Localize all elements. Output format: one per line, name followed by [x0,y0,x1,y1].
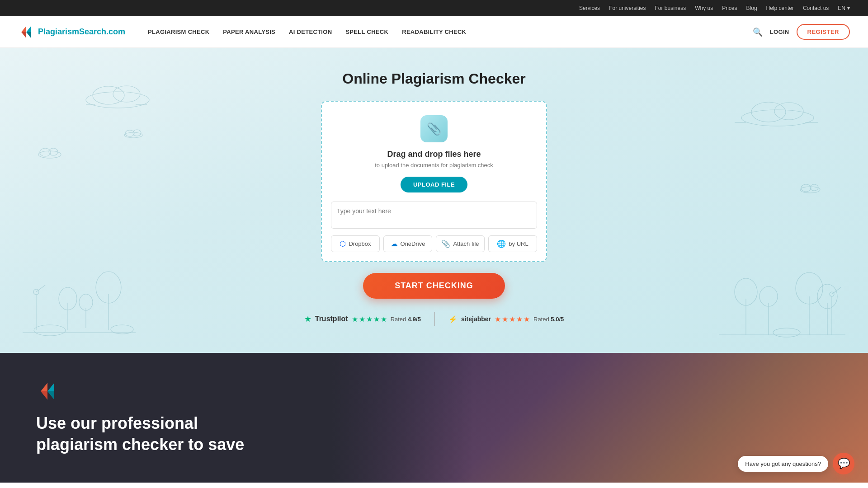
trustpilot-rating: Rated 4.9/5 [391,316,421,323]
sitejabber-icon: ⚡ [448,315,458,324]
attach-icon: 📎 [441,239,450,248]
svg-point-37 [773,328,800,337]
cloud-decoration-left [77,75,158,111]
sitejabber-stars: ★ ★ ★ ★ ★ [495,315,530,324]
upload-file-button[interactable]: UPLOAD FILE [401,177,467,192]
search-icon-button[interactable]: 🔍 [753,27,763,37]
start-checking-wrap: START CHECKING [18,273,850,299]
small-cloud-1 [36,147,63,159]
sitejabber-logo: sitejabber [461,315,491,323]
chat-widget: Have you got any questions? 💬 [738,453,854,474]
drag-drop-subtitle: to upload the documents for plagiarism c… [331,162,537,169]
svg-marker-1 [21,32,26,38]
attach-options-row: ⬡ Dropbox ☁ OneDrive 📎 Attach file 🌐 by … [331,235,537,252]
small-cloud-3 [798,183,823,193]
svg-marker-2 [26,26,31,32]
nav-links: PLAGIARISM CHECK PAPER ANALYSIS AI DETEC… [148,28,753,35]
bottom-logo-icon [36,380,244,404]
paperclip-icon-wrap: 📎 [420,115,448,142]
svg-marker-48 [41,383,47,391]
onedrive-button[interactable]: ☁ OneDrive [383,235,432,252]
topbar-link-blog[interactable]: Blog [746,5,757,11]
url-icon: 🌐 [497,239,506,248]
topbar-link-whyus[interactable]: Why us [695,5,713,11]
text-input-area[interactable] [331,202,537,229]
trust-bar: ★ Trustpilot ★ ★ ★ ★ ★ Rated 4.9/5 ⚡ sit… [18,312,850,326]
register-button[interactable]: REGISTER [797,24,850,40]
svg-marker-51 [47,391,54,400]
logo[interactable]: PlagiarismSearch.com [18,24,125,40]
dropbox-button[interactable]: ⬡ Dropbox [331,235,380,252]
small-cloud-2 [122,129,145,138]
chat-icon: 💬 [838,458,850,469]
svg-marker-3 [26,32,31,38]
nav-paper-analysis[interactable]: PAPER ANALYSIS [223,28,275,35]
nav-plagiarism-check[interactable]: PLAGIARISM CHECK [148,28,209,35]
start-checking-button[interactable]: START CHECKING [363,273,505,299]
svg-point-5 [93,86,124,104]
chat-bubble: Have you got any questions? [738,456,828,472]
svg-marker-50 [47,383,54,391]
trustpilot-stars: ★ ★ ★ ★ ★ [352,315,387,324]
nav-spell-check[interactable]: SPELL CHECK [345,28,388,35]
main-nav: PlagiarismSearch.com PLAGIARISM CHECK PA… [0,16,868,48]
bottom-title: Use our professional plagiarism checker … [36,413,244,455]
svg-point-6 [113,86,140,102]
trust-divider [434,312,435,326]
by-url-button[interactable]: 🌐 by URL [488,235,537,252]
chat-open-button[interactable]: 💬 [833,453,854,474]
chevron-down-icon: ▾ [847,5,850,11]
topbar-link-prices[interactable]: Prices [722,5,737,11]
sitejabber-rating: Rated 5.0/5 [533,316,564,323]
drag-drop-title: Drag and drop files here [331,150,537,159]
topbar-link-business[interactable]: For business [655,5,686,11]
login-button[interactable]: LOGIN [770,28,789,35]
svg-point-9 [741,110,814,126]
topbar-link-helpcenter[interactable]: Help center [766,5,794,11]
logo-icon [18,24,34,40]
nav-readability-check[interactable]: READABILITY CHECK [402,28,466,35]
trustpilot-logo: Trustpilot [315,315,348,323]
svg-point-10 [751,102,786,122]
svg-marker-49 [41,391,47,400]
trustpilot-star-icon: ★ [304,314,311,324]
topbar-link-services[interactable]: Services [579,5,600,11]
topbar-link-contactus[interactable]: Contact us [803,5,829,11]
attach-file-button[interactable]: 📎 Attach file [436,235,485,252]
nav-ai-detection[interactable]: AI DETECTION [289,28,332,35]
bottom-content: Use our professional plagiarism checker … [36,380,244,455]
bottom-logo-graphic [36,380,59,403]
svg-point-23 [34,325,66,336]
paperclip-icon: 📎 [427,122,441,136]
top-bar: Services For universities For business W… [0,0,868,16]
svg-marker-0 [21,26,26,32]
upload-box: 📎 Drag and drop files here to upload the… [321,101,547,262]
onedrive-icon: ☁ [391,239,398,248]
topbar-link-universities[interactable]: For universities [609,5,646,11]
hero-section: Online Plagiarism Checker 📎 Drag and dro… [0,48,868,353]
trustpilot-item: ★ Trustpilot ★ ★ ★ ★ ★ Rated 4.9/5 [304,314,421,324]
sitejabber-item: ⚡ sitejabber ★ ★ ★ ★ ★ Rated 5.0/5 [448,315,564,324]
nav-right: 🔍 LOGIN REGISTER [753,24,850,40]
cloud-decoration-right [732,93,823,129]
language-selector[interactable]: EN ▾ [838,5,850,11]
dropbox-icon: ⬡ [340,239,346,248]
